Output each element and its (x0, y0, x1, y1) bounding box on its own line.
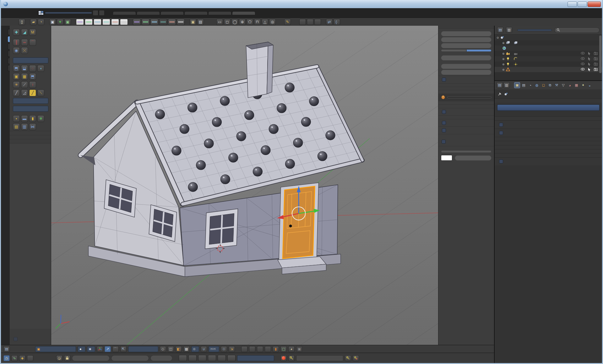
import-dae-icon[interactable] (94, 19, 101, 25)
rip-tool-icon[interactable]: ◌ (29, 65, 36, 72)
select-restrict-icon[interactable] (588, 68, 591, 71)
add-cone-icon[interactable]: △ (262, 19, 268, 25)
edge-bevel-weight-field[interactable] (441, 64, 492, 69)
loopcut-tool-icon[interactable]: ⟋ (21, 81, 28, 88)
export-abc-icon[interactable] (177, 19, 185, 25)
background-images-panel[interactable] (438, 126, 494, 134)
median-z-field[interactable] (441, 43, 492, 48)
hide-icon[interactable] (581, 57, 585, 60)
toolshelf-tab-gpencil[interactable] (8, 65, 10, 71)
deselect-checkbox[interactable] (14, 337, 18, 341)
render-animation-icon[interactable]: ▤ (197, 19, 204, 25)
context-data-icon[interactable]: ▽ (560, 82, 566, 88)
tab-scr[interactable] (208, 11, 231, 15)
toolshelf-tab-relations[interactable] (8, 29, 10, 35)
mesh-display-panel[interactable] (438, 115, 494, 119)
render-preview-button[interactable]: ▣ (296, 346, 302, 352)
anti-aliasing-checkbox[interactable] (499, 123, 503, 127)
edge-collapse-icon[interactable]: ⋈ (29, 123, 36, 130)
item-name-field[interactable] (447, 96, 492, 98)
proportional-edit-dropdown[interactable]: ◎ (191, 346, 199, 352)
translate-manipulator-button[interactable]: ↗ (105, 346, 111, 352)
dissolve-verts-icon[interactable]: ▪ (13, 115, 20, 122)
view-panel[interactable] (438, 83, 494, 87)
add-menu-icon[interactable] (277, 19, 283, 25)
screen-layout-icon[interactable] (38, 10, 44, 15)
extrude-individual-icon[interactable]: ⬓ (21, 65, 28, 72)
mark-tool-icon[interactable]: M (29, 29, 36, 36)
hide-icon[interactable] (581, 68, 585, 71)
limit-visible-button[interactable]: ▩ (183, 346, 190, 352)
outliner-row-gingerbreadhousemesh[interactable]: ⊕ (495, 67, 602, 72)
render-panel-header[interactable] (495, 99, 602, 103)
save-icon[interactable]: ▣ (49, 19, 56, 25)
freestyle-panel[interactable] (495, 157, 602, 165)
mean-crease-field[interactable] (441, 70, 492, 75)
shading-panel-props[interactable] (495, 137, 602, 141)
history-panel[interactable] (10, 135, 51, 139)
repeat-history-icon[interactable]: (∙ (334, 19, 340, 25)
stroke-select-panel-header[interactable] (10, 329, 51, 331)
shrink-fatten-tool-icon[interactable]: ◢ (21, 29, 28, 36)
screen-layout-dropdown[interactable] (45, 12, 92, 14)
context-physics-icon[interactable]: ◒ (587, 82, 593, 88)
vert-slide-tool-icon[interactable]: ═ (21, 39, 28, 46)
viewport-3d[interactable] (51, 26, 438, 345)
grease-pencil-layers-panel[interactable] (438, 76, 494, 83)
current-frame-field[interactable] (150, 355, 172, 361)
shading-dropdown[interactable]: ● (78, 346, 85, 352)
play-button[interactable] (208, 355, 216, 361)
merge-dropdown[interactable] (13, 98, 48, 104)
delete-keyframe-button[interactable] (353, 355, 359, 361)
import-3ds-icon[interactable] (111, 19, 119, 25)
hide-icon[interactable] (581, 62, 585, 65)
import-obj-icon[interactable] (85, 19, 93, 25)
flatten-tool-icon[interactable]: ✚ (13, 29, 20, 36)
limited-dissolve-icon[interactable]: ▤ (13, 123, 20, 130)
outliner-search-input[interactable] (554, 27, 600, 33)
next-keyframe-button[interactable] (218, 355, 226, 361)
door-tool-icon[interactable]: ▮ (273, 346, 279, 352)
motion-tracking-checkbox[interactable] (442, 110, 446, 114)
maximize-button[interactable] (578, 2, 587, 7)
edge-slide-tool-icon[interactable]: ║ (13, 39, 20, 46)
start-frame-field[interactable] (72, 355, 110, 361)
global-button[interactable] (441, 49, 466, 52)
export-fbx-icon[interactable] (133, 19, 141, 25)
lock-frame-button[interactable] (64, 355, 70, 361)
house-tool-2-icon[interactable] (249, 346, 255, 352)
add-layout-button[interactable] (93, 10, 98, 16)
median-y-field[interactable] (441, 37, 492, 42)
collapse-edges-icon[interactable]: ▥ (21, 123, 28, 130)
house-tool-1-icon[interactable] (241, 346, 247, 352)
open-file-icon[interactable]: ▰ (30, 19, 37, 25)
import-fbx-icon[interactable] (76, 19, 84, 25)
snap-element-dropdown[interactable]: H∙H (209, 346, 219, 352)
render-restrict-icon[interactable] (594, 68, 598, 71)
add-plane-icon[interactable]: ▭ (216, 19, 223, 25)
context-world-icon[interactable]: ◍ (534, 82, 540, 88)
frame-tool-icon[interactable]: ▢ (280, 346, 287, 352)
toolshelf-tab-options[interactable] (8, 58, 10, 64)
edit-menu-icon[interactable] (292, 19, 298, 25)
delete-layout-button[interactable] (99, 10, 105, 16)
expand-icon[interactable]: ⊕ (502, 41, 505, 45)
context-constraints-icon[interactable]: ⧉ (547, 82, 553, 88)
collapse-icon[interactable]: ⊖ (497, 36, 499, 39)
add-uvsphere-icon[interactable]: ⊕ (239, 19, 246, 25)
playhead-button[interactable]: ◶ (56, 355, 62, 361)
stroke-select-panel[interactable] (438, 134, 494, 137)
import-abc-icon[interactable] (120, 19, 128, 25)
anti-aliasing-panel[interactable] (495, 120, 602, 129)
fontsize-field[interactable] (455, 155, 492, 161)
outliner-row-world[interactable] (495, 46, 602, 51)
rotate-manipulator-button[interactable]: ⌒ (112, 346, 119, 352)
properties-display-button[interactable]: ▥ (503, 82, 510, 88)
scale-manipulator-button[interactable]: ⇱ (120, 346, 127, 352)
render-engine-dropdown[interactable] (497, 104, 600, 111)
play-reverse-button[interactable] (198, 355, 206, 361)
save-copy-icon[interactable]: ▣ (64, 19, 71, 25)
jump-end-button[interactable] (227, 355, 236, 361)
inset-faces-icon[interactable]: ▣ (13, 73, 20, 80)
median-x-field[interactable] (441, 31, 492, 36)
